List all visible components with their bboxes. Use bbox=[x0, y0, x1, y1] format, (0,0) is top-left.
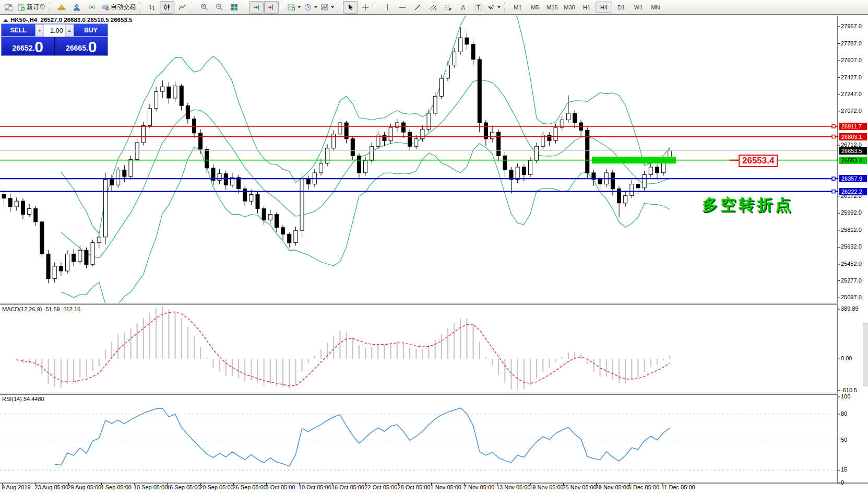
expert-advisors-icon bbox=[57, 4, 66, 11]
side-panel-handle[interactable] bbox=[863, 323, 868, 386]
crosshair-tool-button[interactable] bbox=[358, 1, 373, 14]
vertical-line-icon bbox=[384, 4, 390, 11]
cursor-tool-button[interactable] bbox=[343, 1, 358, 14]
date-axis-label: 29 Aug 05:00 bbox=[67, 484, 101, 490]
date-axis-label: 23 Aug 05:00 bbox=[34, 484, 68, 490]
rsi-pane-splitter[interactable] bbox=[0, 393, 838, 395]
chart-annotation-text[interactable]: 多空转折点 bbox=[702, 194, 793, 216]
dropdown-caret-icon bbox=[331, 6, 334, 8]
sell-price-big-digit: 0 bbox=[34, 39, 43, 55]
chart-shift-button[interactable] bbox=[264, 1, 279, 14]
volume-decrease-button[interactable] bbox=[35, 25, 44, 37]
price-level-badge: 26553.4 bbox=[839, 157, 867, 164]
fibonacci-tool-button[interactable]: F bbox=[441, 1, 455, 14]
timeframe-M5[interactable]: M5 bbox=[527, 2, 543, 13]
timeframe-D1[interactable]: D1 bbox=[613, 2, 629, 13]
axis-tick-label: 27607.0 bbox=[841, 57, 868, 63]
signals-icon bbox=[88, 4, 96, 11]
line-chart-button[interactable] bbox=[175, 1, 189, 14]
market-button[interactable] bbox=[69, 1, 84, 14]
dropdown-caret-icon bbox=[298, 6, 301, 8]
autotrading-button[interactable]: 自动交易 bbox=[100, 1, 137, 14]
label-tool-button[interactable]: T bbox=[471, 1, 485, 14]
macd-indicator-label: MACD(12,26,9) -51.59 -112.16 bbox=[2, 306, 80, 312]
text-tool-button[interactable]: A bbox=[456, 1, 470, 14]
new-order-button[interactable]: 新订单 bbox=[16, 1, 47, 14]
timeframe-M15[interactable]: M15 bbox=[544, 2, 561, 13]
buy-button[interactable]: BUY bbox=[74, 24, 108, 37]
vertical-line-tool-button[interactable] bbox=[380, 1, 395, 14]
one-click-trading-panel: SELL 1.00 BUY 26652. 0 26665. 0 bbox=[1, 23, 108, 56]
shapes-tool-button[interactable] bbox=[486, 1, 502, 14]
horizontal-line-tool-button[interactable] bbox=[395, 1, 410, 14]
timeframe-M30[interactable]: M30 bbox=[561, 2, 578, 13]
price-level-badge: 26222.2 bbox=[839, 188, 867, 195]
price-level-badge: 26803.1 bbox=[839, 133, 867, 140]
axis-tick-label: 27427.0 bbox=[841, 74, 868, 80]
text-label-icon: T bbox=[474, 4, 482, 11]
zoom-out-button[interactable] bbox=[212, 1, 227, 14]
candlestick-chart-button[interactable] bbox=[160, 1, 174, 14]
axis-tick-label: 25632.0 bbox=[841, 243, 868, 250]
dropdown-caret-icon bbox=[314, 6, 317, 8]
signals-button[interactable] bbox=[85, 1, 99, 14]
indicators-button[interactable] bbox=[286, 1, 302, 14]
zoom-out-icon bbox=[216, 3, 223, 11]
periods-button[interactable] bbox=[303, 1, 319, 14]
bar-chart-button[interactable] bbox=[145, 1, 159, 14]
new-order-icon bbox=[18, 4, 25, 11]
market-profile-icon bbox=[73, 4, 80, 11]
macd-pane-splitter[interactable] bbox=[0, 303, 838, 305]
expert-advisors-button[interactable] bbox=[54, 1, 69, 14]
date-axis-label: 11 Dec 05:00 bbox=[661, 484, 695, 490]
equidistant-channel-icon: E bbox=[429, 4, 437, 11]
auto-scroll-button[interactable] bbox=[249, 1, 264, 14]
templates-button[interactable] bbox=[319, 1, 336, 14]
price-tag-label[interactable]: 26553.4 bbox=[739, 155, 778, 167]
fibonacci-icon: F bbox=[444, 4, 452, 11]
template-icon bbox=[321, 4, 328, 11]
zoom-in-button[interactable] bbox=[197, 1, 211, 14]
date-axis-label: 5 Dec 05:00 bbox=[628, 484, 659, 490]
timeframe-H4[interactable]: H4 bbox=[596, 2, 612, 13]
date-axis-label: 4 Sep 05:00 bbox=[101, 484, 132, 490]
line-chart-icon bbox=[179, 4, 186, 11]
dropdown-caret-icon bbox=[497, 6, 501, 8]
axis-tick-label: 0 bbox=[841, 479, 868, 486]
toolbar-separator bbox=[244, 2, 247, 13]
buy-price-big-digit: 0 bbox=[88, 39, 97, 55]
chart-ohlc-values: 26527.0 26683.0 26510.5 26653.5 bbox=[41, 17, 133, 23]
chart-canvas[interactable] bbox=[0, 15, 868, 494]
volume-increase-button[interactable] bbox=[65, 25, 74, 37]
sell-price-display[interactable]: 26652. 0 bbox=[2, 37, 54, 55]
axis-tick-label: 25452.0 bbox=[841, 261, 868, 267]
axis-tick-label: 100 bbox=[841, 393, 868, 399]
volume-input[interactable]: 1.00 bbox=[44, 25, 65, 37]
tile-windows-button[interactable] bbox=[227, 1, 242, 14]
chat-button[interactable] bbox=[1, 2, 17, 14]
toolbar-separator bbox=[192, 2, 195, 13]
timeframe-W1[interactable]: W1 bbox=[630, 2, 647, 13]
buy-price-display[interactable]: 26665. 0 bbox=[55, 37, 108, 55]
axis-tick-label: 25097.0 bbox=[841, 294, 868, 300]
axis-tick-label: 27787.0 bbox=[841, 40, 868, 46]
panel-collapse-arrow[interactable] bbox=[3, 19, 8, 22]
date-axis-label: 13 Nov 05:00 bbox=[496, 484, 530, 490]
svg-text:A: A bbox=[461, 4, 465, 11]
chat-bubbles-icon bbox=[4, 4, 14, 12]
autotrading-label: 自动交易 bbox=[111, 3, 136, 11]
axis-tick-label: 15 bbox=[841, 466, 868, 473]
timeframe-MN[interactable]: MN bbox=[647, 2, 664, 13]
timeframe-M1[interactable]: M1 bbox=[509, 2, 526, 13]
chart-shift-icon bbox=[268, 4, 275, 11]
channel-tool-button[interactable]: E bbox=[425, 1, 440, 14]
timeframe-H1[interactable]: H1 bbox=[578, 2, 595, 13]
svg-text:F: F bbox=[449, 7, 451, 11]
autotrading-icon bbox=[101, 4, 109, 11]
bar-chart-icon bbox=[148, 4, 156, 11]
rsi-indicator-label: RSI(14) 54.4480 bbox=[2, 396, 44, 402]
sell-button[interactable]: SELL bbox=[2, 24, 35, 37]
trendline-tool-button[interactable] bbox=[410, 1, 425, 14]
new-order-label: 新订单 bbox=[27, 3, 45, 11]
horizontal-line-icon bbox=[399, 4, 406, 10]
